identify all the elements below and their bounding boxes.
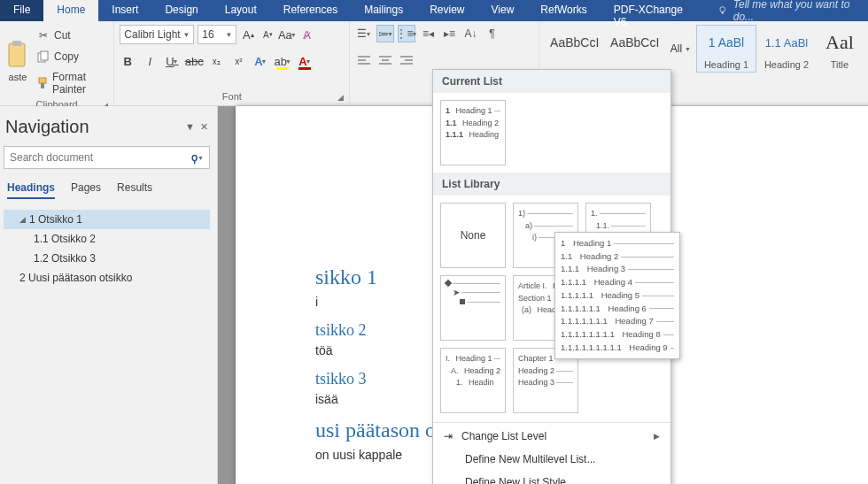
font-label: Font◢ <box>120 89 344 104</box>
ribbon-tabs: File Home Insert Design Layout Reference… <box>0 0 868 21</box>
tab-pdfxchange[interactable]: PDF-XChange V6 <box>601 0 709 21</box>
svg-rect-7 <box>41 83 44 88</box>
navigation-pane: Navigation ▼ ✕ Search document ϙ▼ Headin… <box>0 106 218 484</box>
nav-search-input[interactable]: Search document ϙ▼ <box>4 146 210 169</box>
font-color-button[interactable]: A▼ <box>297 53 313 69</box>
change-case-button[interactable]: Aa▼ <box>279 27 295 42</box>
numbering-button[interactable]: ≔▼ <box>376 25 394 42</box>
highlight-button[interactable]: ab▼ <box>275 53 291 69</box>
font-name-combo[interactable]: Calibri Light▼ <box>120 25 194 44</box>
group-clipboard: aste ✂ Cut Copy Format Painter Clipboard… <box>0 21 114 105</box>
tab-design[interactable]: Design <box>151 0 211 21</box>
decrease-indent-button[interactable]: ≡◂ <box>419 25 437 42</box>
tab-references[interactable]: References <box>270 0 351 21</box>
nav-tabs: Headings Pages Results <box>4 169 210 206</box>
align-center-button[interactable] <box>376 51 394 69</box>
copy-icon <box>36 50 50 64</box>
clear-formatting-button[interactable]: A̷ <box>298 27 314 42</box>
tab-refworks[interactable]: RefWorks <box>527 0 600 21</box>
nav-title: Navigation ▼ ✕ <box>4 113 210 146</box>
tab-layout[interactable]: Layout <box>212 0 270 21</box>
ml-tile-none[interactable]: None <box>440 203 506 268</box>
tab-review[interactable]: Review <box>416 0 477 21</box>
multilevel-list-button[interactable]: ⋮≡▼ <box>398 25 415 42</box>
group-font: Calibri Light▼ 16▼ A▴ A▾ Aa▼ A̷ B I U▼ a… <box>114 21 350 105</box>
tab-mailings[interactable]: Mailings <box>351 0 416 21</box>
shrink-font-button[interactable]: A▾ <box>260 27 275 42</box>
tab-insert[interactable]: Insert <box>98 0 151 21</box>
change-list-level-cmd[interactable]: ⇥ Change List Level ▶ <box>433 425 670 448</box>
search-icon: ϙ <box>191 151 198 164</box>
tree-item[interactable]: 1.2 Otsikko 3 <box>4 249 210 268</box>
copy-button[interactable]: Copy <box>33 48 108 65</box>
tab-home[interactable]: Home <box>43 0 98 21</box>
font-size-combo[interactable]: 16▼ <box>198 25 236 44</box>
format-painter-button[interactable]: Format Painter <box>33 69 108 97</box>
dd-section-current: Current List <box>433 70 670 93</box>
subscript-button[interactable]: x₂ <box>208 53 224 69</box>
bold-button[interactable]: B <box>120 53 136 69</box>
svg-rect-3 <box>12 41 21 46</box>
tree-item[interactable]: ◢1 Otsikko 1 <box>4 210 210 229</box>
svg-rect-1 <box>722 12 724 13</box>
define-list-style-cmd[interactable]: Define New List Style... <box>433 471 670 484</box>
style-heading1[interactable]: 1 AaBl Heading 1 <box>696 25 756 73</box>
nav-tab-pages[interactable]: Pages <box>71 181 101 199</box>
ml-tile-roman[interactable]: I. Heading 1 A. Heading 2 1. Headin <box>440 348 506 413</box>
tell-me-search[interactable]: Tell me what you want to do... <box>717 0 868 21</box>
dd-section-library: List Library <box>433 173 670 196</box>
define-multilevel-cmd[interactable]: Define New Multilevel List... <box>433 448 670 471</box>
underline-button[interactable]: U▼ <box>164 53 180 69</box>
ml-tile-current[interactable]: 1 Heading 1 1.1 Heading 2 1.1.1 Heading <box>440 100 506 165</box>
align-left-button[interactable] <box>355 51 373 69</box>
format-painter-label: Format Painter <box>52 71 105 96</box>
cut-button[interactable]: ✂ Cut <box>33 27 108 44</box>
show-marks-button[interactable]: ¶ <box>483 25 500 42</box>
cut-label: Cut <box>54 29 71 42</box>
styles-filter-button[interactable]: All ▼ <box>665 25 696 73</box>
ml-tile-tooltip: 1 Heading 1 1.1 Heading 2 1.1.1 Heading … <box>554 232 680 359</box>
copy-label: Copy <box>54 50 79 63</box>
align-right-button[interactable] <box>398 51 415 69</box>
search-placeholder: Search document <box>10 151 93 164</box>
ml-tile-bullets[interactable]: ➤ <box>440 275 506 341</box>
svg-point-0 <box>720 7 725 12</box>
chevron-down-icon[interactable]: ▼ <box>185 121 195 133</box>
paste-button[interactable]: aste <box>5 25 30 97</box>
tab-file[interactable]: File <box>0 0 43 21</box>
svg-rect-6 <box>39 78 46 83</box>
style-nospacing[interactable]: AaBbCcI <box>605 25 665 73</box>
headings-tree: ◢1 Otsikko 1 1.1 Otsikko 2 1.2 Otsikko 3… <box>4 210 210 288</box>
strikethrough-button[interactable]: abc <box>186 53 202 69</box>
bullets-button[interactable]: ☰▼ <box>355 25 373 42</box>
style-normal[interactable]: AaBbCcI <box>545 25 605 73</box>
svg-rect-5 <box>41 51 48 60</box>
scissors-icon: ✂ <box>36 28 50 42</box>
caret-icon: ◢ <box>19 215 26 224</box>
nav-tab-headings[interactable]: Headings <box>7 181 55 199</box>
brush-icon <box>36 76 49 90</box>
text-effects-button[interactable]: A▼ <box>252 53 268 69</box>
style-heading2[interactable]: 1.1 AaBl Heading 2 <box>756 25 817 73</box>
grow-font-button[interactable]: A▴ <box>240 27 256 42</box>
nav-tab-results[interactable]: Results <box>117 181 152 199</box>
tell-me-label: Tell me what you want to do... <box>733 0 868 23</box>
tree-item[interactable]: 1.1 Otsikko 2 <box>4 229 210 249</box>
svg-rect-2 <box>9 43 25 66</box>
indent-icon: ⇥ <box>444 430 453 442</box>
tree-item[interactable]: 2 Uusi päätason otsikko <box>4 268 210 288</box>
close-icon[interactable]: ✕ <box>200 121 208 133</box>
lightbulb-icon <box>717 5 728 16</box>
dialog-launcher-icon[interactable]: ◢ <box>337 93 344 102</box>
chevron-right-icon: ▶ <box>654 432 660 441</box>
italic-button[interactable]: I <box>142 53 158 69</box>
style-title[interactable]: Aal Title <box>817 25 863 73</box>
sort-button[interactable]: A↓ <box>461 25 479 42</box>
superscript-button[interactable]: x² <box>230 53 246 69</box>
paste-icon <box>5 40 30 70</box>
tab-view[interactable]: View <box>478 0 528 21</box>
increase-indent-button[interactable]: ▸≡ <box>440 25 458 42</box>
